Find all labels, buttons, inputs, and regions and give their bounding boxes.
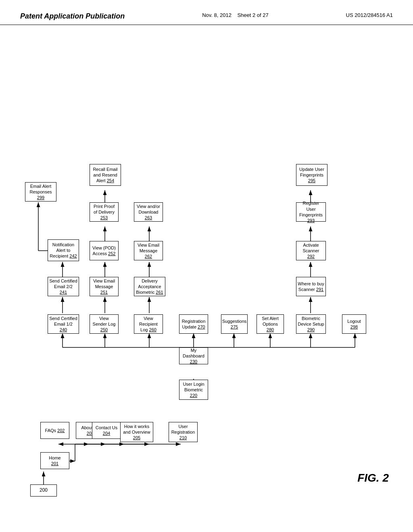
box-293-text: Register UserFingerprints293 [298, 200, 324, 223]
box-260-text: ViewRecipientLog 260 [139, 316, 158, 333]
box-250: ViewSender Log250 [90, 314, 119, 334]
box-252: View (POD)Access 252 [90, 241, 119, 260]
box-290-text: BiometricDevice Setup290 [298, 316, 324, 333]
box-253-text: Print Proofof Delivery253 [94, 204, 115, 221]
box-299-text: Email AlertResponses299 [29, 183, 52, 201]
box-251-text: View EmailMessage251 [93, 278, 115, 295]
box-293: Register UserFingerprints293 [296, 202, 326, 222]
box-240: Send CertifiedEmail 1/2240 [48, 314, 79, 334]
header-date: Nov. 8, 2012 [202, 12, 232, 18]
box-261-text: DeliveryAcceptanceBiometric 261 [136, 278, 163, 295]
box-200-label: 200 [40, 487, 48, 494]
box-292: ActivateScanner292 [296, 241, 326, 260]
box-270-text: RegistrationUpdate 270 [182, 318, 206, 330]
box-262-text: View EmailMessage262 [138, 242, 159, 260]
box-295: Update UserFingerprints295 [296, 164, 327, 186]
box-241: Send CertifiedEmail 2/2241 [48, 277, 79, 296]
box-299: Email AlertResponses299 [25, 182, 56, 202]
box-263: View and/orDownload263 [134, 202, 163, 222]
box-298: Logout298 [342, 314, 366, 334]
box-298-text: Logout298 [347, 318, 361, 330]
box-254: Recall Emailand ResendAlert 254 [90, 164, 121, 186]
header: Patent Application Publication Nov. 8, 2… [0, 0, 413, 25]
arrows-svg [0, 25, 413, 517]
box-275-text: Suggestions275 [222, 318, 247, 330]
box-263-text: View and/orDownload263 [137, 204, 160, 221]
box-295-text: Update UserFingerprints295 [299, 166, 324, 184]
box-291: Where to buyScanner 291 [296, 277, 326, 296]
box-240-text: Send CertifiedEmail 1/2240 [49, 316, 77, 333]
box-280: Set AlertOptions280 [257, 314, 284, 334]
box-205-text: How it worksand Overview205 [123, 424, 150, 441]
header-sheet: Sheet 2 of 27 [237, 12, 268, 18]
box-280-text: Set AlertOptions280 [262, 316, 279, 333]
box-290: BiometricDevice Setup290 [296, 314, 326, 334]
box-210-text: UserRegistration210 [171, 424, 195, 441]
box-292-text: ActivateScanner292 [303, 242, 319, 260]
box-220-text: User LoginBiometric220 [183, 381, 204, 399]
box-242-text: NotificationAlert toRecipient 242 [50, 242, 77, 259]
box-275: Suggestions275 [221, 314, 248, 334]
box-230: MyDashboard230 [179, 347, 208, 364]
box-251: View EmailMessage251 [90, 277, 119, 296]
box-241-text: Send CertifiedEmail 2/2241 [49, 278, 77, 295]
box-204-text: Contact Us204 [96, 425, 117, 436]
patent-title: Patent Application Publication [20, 12, 125, 21]
box-210: UserRegistration210 [169, 422, 198, 442]
box-270: RegistrationUpdate 270 [179, 314, 208, 334]
box-252-text: View (POD)Access 252 [92, 245, 116, 257]
box-201: Home201 [40, 452, 69, 469]
diagram: 200 Home201 FAQs 202 About Us203 Contact… [0, 25, 413, 517]
box-291-text: Where to buyScanner 291 [298, 281, 324, 293]
fig-label: FIG. 2 [357, 472, 389, 484]
box-261: DeliveryAcceptanceBiometric 261 [134, 277, 165, 296]
box-200: 200 [30, 484, 57, 497]
header-patent: US 2012/284516 A1 [346, 12, 393, 18]
box-220: User LoginBiometric220 [179, 380, 208, 400]
box-260: ViewRecipientLog 260 [134, 314, 163, 334]
header-meta: Nov. 8, 2012 Sheet 2 of 27 [202, 12, 269, 18]
box-204: Contact Us204 [92, 422, 121, 439]
box-205: How it worksand Overview205 [120, 422, 153, 442]
box-253: Print Proofof Delivery253 [90, 202, 119, 222]
box-242: NotificationAlert toRecipient 242 [48, 239, 79, 261]
box-254-text: Recall Emailand ResendAlert 254 [93, 166, 117, 184]
box-202: FAQs 202 [40, 422, 69, 439]
box-250-text: ViewSender Log250 [93, 316, 116, 333]
box-201-text: Home201 [49, 455, 60, 467]
box-262: View EmailMessage262 [134, 241, 163, 260]
page: Patent Application Publication Nov. 8, 2… [0, 0, 413, 532]
box-230-text: MyDashboard230 [183, 347, 204, 365]
box-202-text: FAQs 202 [45, 428, 65, 433]
